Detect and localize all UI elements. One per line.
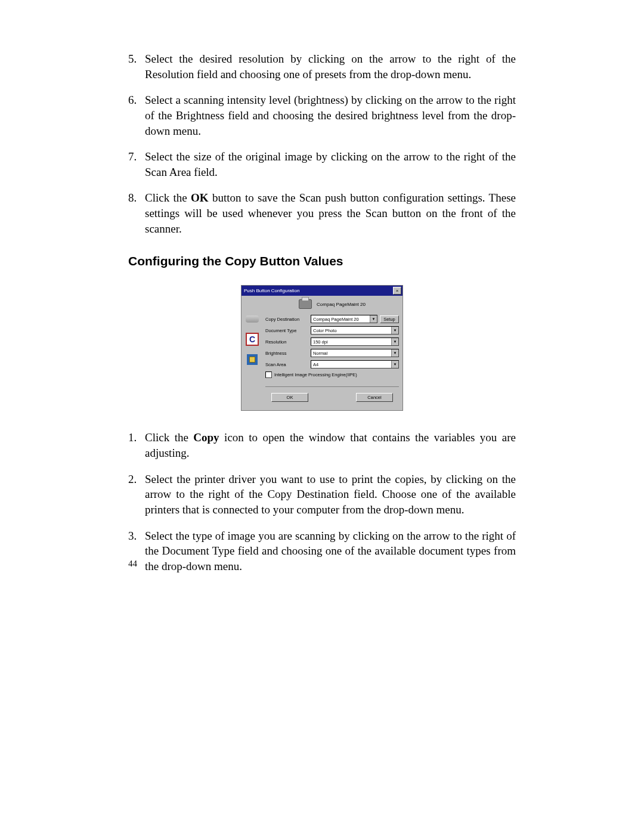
brightness-label: Brightness [265,351,311,356]
section-heading: Configuring the Copy Button Values [128,254,516,268]
push-button-config-dialog: Push Button Configuration × C Compaq Pag… [241,285,403,411]
dialog-header: Compaq PageMaint 20 [265,299,399,309]
list-item-number: 1. [128,430,145,460]
list-item: 8.Click the OK button to save the Scan p… [128,190,516,236]
dialog-header-text: Compaq PageMaint 20 [317,302,366,307]
list-item-text: Select the desired resolution by clickin… [145,51,516,82]
chevron-down-icon[interactable]: ▼ [391,361,398,368]
document-type-select[interactable]: Color Photo ▼ [311,326,399,335]
chevron-down-icon[interactable]: ▼ [391,327,398,334]
dialog-titlebar: Push Button Configuration × [242,286,402,296]
list-item-text: Select the printer driver you want to us… [145,472,516,518]
page: 5.Select the desired resolution by click… [0,0,644,833]
iipe-row: Intelligent Image Processing Engine(IIPE… [265,371,399,378]
iipe-checkbox[interactable] [265,371,272,378]
chevron-down-icon[interactable]: ▼ [391,338,398,345]
chevron-down-icon[interactable]: ▼ [391,349,398,357]
document-type-value: Color Photo [313,328,337,333]
instruction-list-top: 5.Select the desired resolution by click… [128,51,516,236]
resolution-value: 150 dpi [313,339,328,345]
page-number: 44 [128,559,137,569]
brightness-select[interactable]: Normal ▼ [311,349,399,357]
list-item: 3.Select the type of image you are scann… [128,528,516,574]
setup-button[interactable]: Setup [380,315,399,323]
instruction-list-bottom: 1.Click the Copy icon to open the window… [128,430,516,574]
iipe-label: Intelligent Image Processing Engine(IIPE… [274,372,357,377]
dialog-sidebar: C [244,299,261,408]
list-item: 5.Select the desired resolution by click… [128,51,516,82]
list-item-text: Click the Copy icon to open the window t… [145,430,516,460]
brightness-value: Normal [313,351,327,356]
list-item-number: 7. [128,149,145,179]
list-item-number: 2. [128,472,145,518]
list-item-text: Select the size of the original image by… [145,149,516,179]
scan-tab-icon[interactable] [245,312,259,326]
list-item-text: Select the type of image you are scannin… [145,528,516,574]
list-item-number: 6. [128,92,145,138]
close-icon[interactable]: × [393,287,401,295]
list-item: 2.Select the printer driver you want to … [128,472,516,518]
list-item-text: Select a scanning intensity level (brigh… [145,92,516,138]
list-item-text: Click the OK button to save the Scan pus… [145,190,516,236]
cancel-button[interactable]: Cancel [356,393,393,402]
custom-tab-icon[interactable] [245,353,259,366]
ok-button[interactable]: OK [271,393,308,402]
list-item: 6.Select a scanning intensity level (bri… [128,92,516,138]
chevron-down-icon[interactable]: ▼ [370,315,377,323]
list-item-number: 5. [128,51,145,82]
resolution-label: Resolution [265,339,311,345]
document-type-label: Document Type [265,328,311,333]
list-item: 1.Click the Copy icon to open the window… [128,430,516,460]
printer-icon [299,299,312,309]
dialog-title: Push Button Configuration [244,288,299,293]
scan-area-value: A4 [313,362,318,367]
scan-area-select[interactable]: A4 ▼ [311,360,399,368]
resolution-select[interactable]: 150 dpi ▼ [311,337,399,346]
dialog-figure: Push Button Configuration × C Compaq Pag… [128,285,516,411]
copy-destination-select[interactable]: Compaq PageMaint 20 ▼ [311,315,377,323]
copy-destination-label: Copy Destination [265,317,311,322]
copy-destination-value: Compaq PageMaint 20 [313,317,359,322]
list-item: 7.Select the size of the original image … [128,149,516,179]
copy-tab-icon[interactable]: C [246,333,259,346]
list-item-number: 8. [128,190,145,236]
scan-area-label: Scan Area [265,362,311,367]
